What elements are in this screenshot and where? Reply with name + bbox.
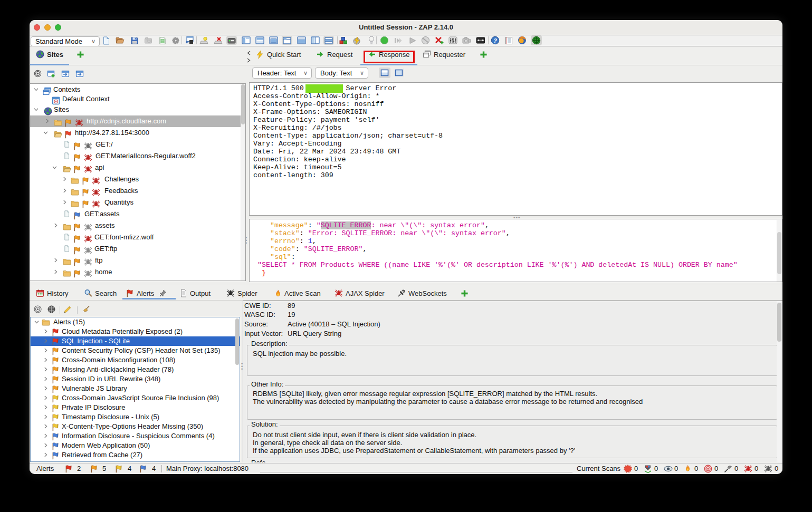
- svg-text:?: ?: [493, 37, 497, 44]
